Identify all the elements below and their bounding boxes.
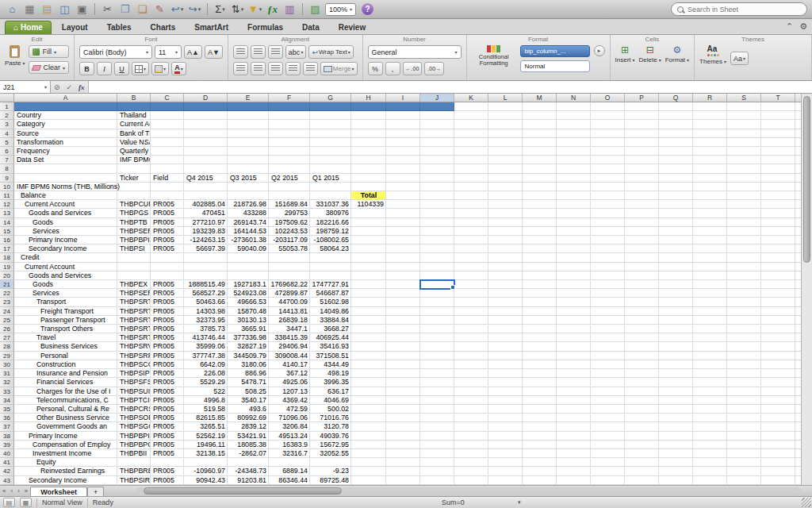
column-header-D[interactable]: D <box>184 94 228 102</box>
cell-A22[interactable]: Services <box>14 289 117 298</box>
cell-E25[interactable]: 30130.13 <box>228 316 269 325</box>
wrap-text-button[interactable]: ↩Wrap Text▾ <box>308 45 353 59</box>
help-button[interactable]: ? <box>362 3 373 15</box>
cell-A25[interactable]: Passenger Transport <box>14 316 117 325</box>
save-button[interactable]: ◫ <box>57 2 72 17</box>
row-header-15[interactable]: 15 <box>0 227 14 236</box>
row-header-8[interactable]: 8 <box>0 164 14 173</box>
row-header-40[interactable]: 40 <box>0 449 14 458</box>
cell-L1[interactable] <box>488 102 523 111</box>
cell-C16[interactable]: PR005 <box>151 236 184 244</box>
cell-D38[interactable]: 52562.19 <box>184 432 228 441</box>
cell-J38[interactable] <box>420 432 454 441</box>
cell-D6[interactable] <box>184 147 228 156</box>
cell-R19[interactable] <box>693 263 727 271</box>
cell-B9[interactable]: Ticker <box>117 174 151 183</box>
cell-B29[interactable]: THBPSRPR <box>117 352 151 360</box>
cell-A8[interactable] <box>14 164 117 173</box>
tab-data[interactable]: Data <box>293 21 328 34</box>
cell-N28[interactable] <box>557 342 591 351</box>
cell-O27[interactable] <box>591 333 625 342</box>
cell-N26[interactable] <box>557 325 591 333</box>
add-sheet-button[interactable]: + <box>87 487 104 496</box>
column-header-K[interactable]: K <box>454 94 488 102</box>
cell-S11[interactable] <box>727 191 761 200</box>
cell-B13[interactable]: THBPGS <box>117 209 151 217</box>
cell-B18[interactable] <box>117 253 151 262</box>
cell-A9[interactable] <box>14 174 117 183</box>
cell-R25[interactable] <box>693 316 727 325</box>
cell-K14[interactable] <box>454 218 488 227</box>
cell-J3[interactable] <box>420 120 454 129</box>
cell-E2[interactable] <box>228 111 269 120</box>
cell-K26[interactable] <box>454 325 488 333</box>
cell-E42[interactable]: -24348.73 <box>228 467 269 475</box>
cell-R17[interactable] <box>693 244 727 253</box>
cell-E39[interactable]: 18085.38 <box>228 441 269 449</box>
fill-button[interactable]: Fill▾ <box>29 45 69 58</box>
cell-G35[interactable]: 500.02 <box>310 405 351 414</box>
cell-K43[interactable] <box>454 476 488 485</box>
cell-M17[interactable] <box>523 244 557 253</box>
cell-N9[interactable] <box>557 174 591 183</box>
cell-Q31[interactable] <box>659 369 693 378</box>
cell-P38[interactable] <box>625 432 659 441</box>
gear-icon[interactable]: ⚙ <box>799 21 807 32</box>
cell-L22[interactable] <box>488 289 523 298</box>
percent-style-button[interactable]: % <box>368 62 383 75</box>
vertical-scrollbar[interactable] <box>801 94 812 485</box>
cell-D15[interactable]: 193239.83 <box>184 227 228 236</box>
cell-K13[interactable] <box>454 209 488 217</box>
column-header-T[interactable]: T <box>761 94 795 102</box>
cell-C3[interactable] <box>151 120 184 129</box>
cell-F35[interactable]: 472.59 <box>269 405 310 414</box>
cell-I27[interactable] <box>386 333 420 342</box>
cell-J40[interactable] <box>420 449 454 458</box>
cell-K15[interactable] <box>454 227 488 236</box>
cell-D29[interactable]: 377747.38 <box>184 352 228 360</box>
cell-A4[interactable]: Source <box>14 129 117 138</box>
cell-D13[interactable]: 470451 <box>184 209 228 217</box>
increase-decimal-button[interactable]: .00→ <box>424 62 444 75</box>
font-size-select[interactable]: 11▾ <box>155 45 182 59</box>
cell-G40[interactable]: 32052.55 <box>310 449 351 458</box>
cell-S7[interactable] <box>727 156 761 164</box>
cell-F38[interactable]: 49513.24 <box>269 432 310 441</box>
cell-I34[interactable] <box>386 396 420 405</box>
cell-A39[interactable]: Compensation of Employ <box>14 441 117 449</box>
filter-button[interactable]: ▼▾ <box>247 2 262 17</box>
cell-H13[interactable] <box>351 209 386 217</box>
row-header-14[interactable]: 14 <box>0 218 14 227</box>
cell-G25[interactable]: 33884.84 <box>310 316 351 325</box>
cell-R30[interactable] <box>693 360 727 369</box>
column-header-G[interactable]: G <box>310 94 351 102</box>
cell-K34[interactable] <box>454 396 488 405</box>
cell-Q6[interactable] <box>659 147 693 156</box>
cell-H32[interactable] <box>351 378 386 387</box>
cell-Q38[interactable] <box>659 432 693 441</box>
row-header-4[interactable]: 4 <box>0 129 14 138</box>
cell-J13[interactable] <box>420 209 454 217</box>
cell-T31[interactable] <box>761 369 795 378</box>
cell-J41[interactable] <box>420 458 454 467</box>
cell-L29[interactable] <box>488 352 523 360</box>
cell-N12[interactable] <box>557 200 591 209</box>
cell-B14[interactable]: THBPTB <box>117 218 151 227</box>
cell-T10[interactable] <box>761 183 795 191</box>
cell-D5[interactable] <box>184 138 228 147</box>
cell-S8[interactable] <box>727 164 761 173</box>
cell-J22[interactable] <box>420 289 454 298</box>
cancel-icon[interactable]: ⊘ <box>51 83 63 91</box>
cell-O11[interactable] <box>591 191 625 200</box>
cell-M20[interactable] <box>523 271 557 280</box>
tab-review[interactable]: Review <box>330 21 374 34</box>
undo-button[interactable]: ↩▾ <box>170 2 185 17</box>
styles-scroll-button[interactable]: ▸ <box>594 45 605 56</box>
cell-C13[interactable]: PR005 <box>151 209 184 217</box>
cell-G30[interactable]: 4344.49 <box>310 360 351 369</box>
cell-F11[interactable] <box>269 191 310 200</box>
cell-L17[interactable] <box>488 244 523 253</box>
row-header-5[interactable]: 5 <box>0 138 14 147</box>
cell-I20[interactable] <box>386 271 420 280</box>
cell-Q41[interactable] <box>659 458 693 467</box>
